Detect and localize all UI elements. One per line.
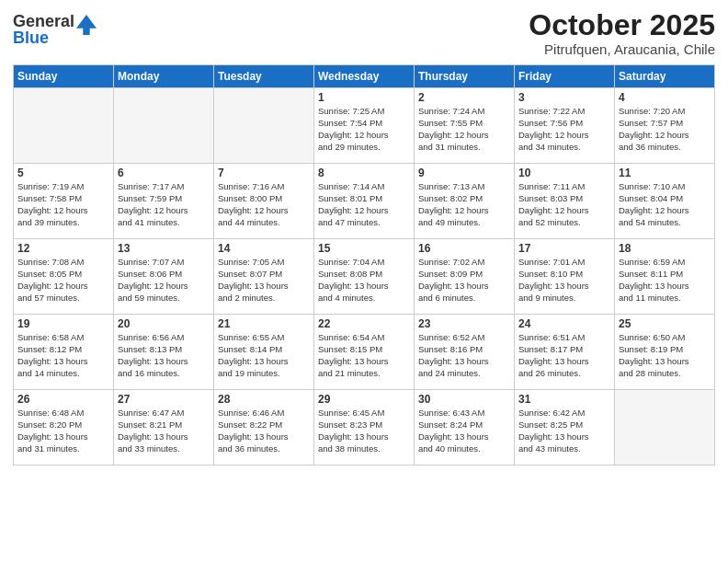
logo: General Blue	[13, 13, 97, 46]
day-cell: 6Sunrise: 7:17 AM Sunset: 7:59 PM Daylig…	[114, 164, 214, 239]
day-cell: 8Sunrise: 7:14 AM Sunset: 8:01 PM Daylig…	[314, 164, 415, 239]
day-info: Sunrise: 7:11 AM Sunset: 8:03 PM Dayligh…	[518, 181, 610, 228]
day-info: Sunrise: 7:08 AM Sunset: 8:05 PM Dayligh…	[17, 257, 109, 304]
day-cell	[214, 88, 314, 164]
day-number: 26	[17, 393, 109, 406]
day-info: Sunrise: 7:14 AM Sunset: 8:01 PM Dayligh…	[318, 181, 410, 228]
day-cell: 14Sunrise: 7:05 AM Sunset: 8:07 PM Dayli…	[214, 239, 314, 315]
day-cell: 30Sunrise: 6:43 AM Sunset: 8:24 PM Dayli…	[415, 390, 515, 465]
day-info: Sunrise: 7:13 AM Sunset: 8:02 PM Dayligh…	[418, 181, 510, 228]
day-number: 17	[518, 242, 610, 255]
week-row-2: 12Sunrise: 7:08 AM Sunset: 8:05 PM Dayli…	[14, 239, 715, 315]
day-info: Sunrise: 6:47 AM Sunset: 8:21 PM Dayligh…	[118, 408, 210, 454]
day-info: Sunrise: 6:48 AM Sunset: 8:20 PM Dayligh…	[17, 408, 109, 454]
logo-general: General	[13, 13, 74, 29]
day-cell: 19Sunrise: 6:58 AM Sunset: 8:12 PM Dayli…	[14, 315, 114, 390]
day-info: Sunrise: 7:25 AM Sunset: 7:54 PM Dayligh…	[318, 106, 410, 153]
day-cell: 15Sunrise: 7:04 AM Sunset: 8:08 PM Dayli…	[314, 239, 415, 315]
day-info: Sunrise: 6:45 AM Sunset: 8:23 PM Dayligh…	[318, 408, 410, 454]
day-info: Sunrise: 6:51 AM Sunset: 8:17 PM Dayligh…	[518, 332, 610, 379]
title-block: October 2025 Pitrufquen, Araucania, Chil…	[529, 9, 715, 57]
day-number: 24	[518, 317, 610, 330]
day-number: 9	[418, 167, 510, 179]
day-info: Sunrise: 7:02 AM Sunset: 8:09 PM Dayligh…	[418, 257, 510, 304]
day-number: 7	[218, 167, 310, 179]
day-number: 13	[118, 242, 210, 255]
day-number: 16	[418, 242, 510, 255]
day-info: Sunrise: 6:55 AM Sunset: 8:14 PM Dayligh…	[218, 332, 310, 379]
calendar-table: Sunday Monday Tuesday Wednesday Thursday…	[13, 64, 715, 465]
day-cell: 24Sunrise: 6:51 AM Sunset: 8:17 PM Dayli…	[515, 315, 615, 390]
day-cell	[615, 390, 715, 465]
day-info: Sunrise: 6:54 AM Sunset: 8:15 PM Dayligh…	[318, 332, 410, 379]
day-cell: 23Sunrise: 6:52 AM Sunset: 8:16 PM Dayli…	[415, 315, 515, 390]
day-number: 4	[619, 91, 711, 104]
day-info: Sunrise: 7:05 AM Sunset: 8:07 PM Dayligh…	[218, 257, 310, 304]
col-wednesday: Wednesday	[314, 65, 415, 88]
header: General Blue October 2025 Pitrufquen, Ar…	[13, 9, 715, 57]
day-number: 2	[418, 91, 510, 104]
subtitle: Pitrufquen, Araucania, Chile	[529, 41, 715, 57]
day-number: 12	[17, 242, 109, 255]
day-number: 11	[619, 167, 711, 179]
day-cell: 3Sunrise: 7:22 AM Sunset: 7:56 PM Daylig…	[515, 88, 615, 164]
day-info: Sunrise: 7:24 AM Sunset: 7:55 PM Dayligh…	[418, 106, 510, 153]
day-number: 27	[118, 393, 210, 406]
day-info: Sunrise: 6:52 AM Sunset: 8:16 PM Dayligh…	[418, 332, 510, 379]
day-cell: 18Sunrise: 6:59 AM Sunset: 8:11 PM Dayli…	[615, 239, 715, 315]
day-number: 25	[619, 317, 711, 330]
day-cell: 28Sunrise: 6:46 AM Sunset: 8:22 PM Dayli…	[214, 390, 314, 465]
day-info: Sunrise: 7:17 AM Sunset: 7:59 PM Dayligh…	[118, 181, 210, 228]
day-cell: 16Sunrise: 7:02 AM Sunset: 8:09 PM Dayli…	[415, 239, 515, 315]
day-cell: 17Sunrise: 7:01 AM Sunset: 8:10 PM Dayli…	[515, 239, 615, 315]
day-info: Sunrise: 6:59 AM Sunset: 8:11 PM Dayligh…	[619, 257, 711, 304]
day-cell: 10Sunrise: 7:11 AM Sunset: 8:03 PM Dayli…	[515, 164, 615, 239]
day-cell: 1Sunrise: 7:25 AM Sunset: 7:54 PM Daylig…	[314, 88, 415, 164]
day-number: 5	[17, 167, 109, 179]
day-info: Sunrise: 7:01 AM Sunset: 8:10 PM Dayligh…	[518, 257, 610, 304]
logo-icon	[76, 15, 97, 35]
week-row-3: 19Sunrise: 6:58 AM Sunset: 8:12 PM Dayli…	[14, 315, 715, 390]
day-cell: 12Sunrise: 7:08 AM Sunset: 8:05 PM Dayli…	[14, 239, 114, 315]
day-number: 18	[619, 242, 711, 255]
day-info: Sunrise: 6:46 AM Sunset: 8:22 PM Dayligh…	[218, 408, 310, 454]
day-cell: 9Sunrise: 7:13 AM Sunset: 8:02 PM Daylig…	[415, 164, 515, 239]
page: General Blue October 2025 Pitrufquen, Ar…	[0, 0, 728, 563]
week-row-0: 1Sunrise: 7:25 AM Sunset: 7:54 PM Daylig…	[14, 88, 715, 164]
day-info: Sunrise: 7:19 AM Sunset: 7:58 PM Dayligh…	[17, 181, 109, 228]
day-cell: 7Sunrise: 7:16 AM Sunset: 8:00 PM Daylig…	[214, 164, 314, 239]
day-number: 31	[518, 393, 610, 406]
day-number: 21	[218, 317, 310, 330]
logo-text: General Blue	[13, 13, 74, 46]
day-number: 14	[218, 242, 310, 255]
day-cell: 4Sunrise: 7:20 AM Sunset: 7:57 PM Daylig…	[615, 88, 715, 164]
day-number: 15	[318, 242, 410, 255]
day-cell: 13Sunrise: 7:07 AM Sunset: 8:06 PM Dayli…	[114, 239, 214, 315]
day-cell: 29Sunrise: 6:45 AM Sunset: 8:23 PM Dayli…	[314, 390, 415, 465]
calendar-header: Sunday Monday Tuesday Wednesday Thursday…	[14, 65, 715, 88]
day-cell: 2Sunrise: 7:24 AM Sunset: 7:55 PM Daylig…	[415, 88, 515, 164]
col-thursday: Thursday	[415, 65, 515, 88]
day-cell: 25Sunrise: 6:50 AM Sunset: 8:19 PM Dayli…	[615, 315, 715, 390]
day-number: 30	[418, 393, 510, 406]
day-number: 23	[418, 317, 510, 330]
day-number: 20	[118, 317, 210, 330]
day-number: 3	[518, 91, 610, 104]
day-number: 19	[17, 317, 109, 330]
day-info: Sunrise: 6:43 AM Sunset: 8:24 PM Dayligh…	[418, 408, 510, 454]
day-info: Sunrise: 6:50 AM Sunset: 8:19 PM Dayligh…	[619, 332, 711, 379]
day-info: Sunrise: 7:16 AM Sunset: 8:00 PM Dayligh…	[218, 181, 310, 228]
day-cell: 21Sunrise: 6:55 AM Sunset: 8:14 PM Dayli…	[214, 315, 314, 390]
day-info: Sunrise: 7:10 AM Sunset: 8:04 PM Dayligh…	[619, 181, 711, 228]
col-saturday: Saturday	[615, 65, 715, 88]
day-info: Sunrise: 7:07 AM Sunset: 8:06 PM Dayligh…	[118, 257, 210, 304]
day-number: 28	[218, 393, 310, 406]
col-monday: Monday	[114, 65, 214, 88]
day-info: Sunrise: 6:42 AM Sunset: 8:25 PM Dayligh…	[518, 408, 610, 454]
day-cell	[14, 88, 114, 164]
day-number: 1	[318, 91, 410, 104]
day-cell: 5Sunrise: 7:19 AM Sunset: 7:58 PM Daylig…	[14, 164, 114, 239]
day-info: Sunrise: 6:56 AM Sunset: 8:13 PM Dayligh…	[118, 332, 210, 379]
day-info: Sunrise: 7:04 AM Sunset: 8:08 PM Dayligh…	[318, 257, 410, 304]
day-cell	[114, 88, 214, 164]
